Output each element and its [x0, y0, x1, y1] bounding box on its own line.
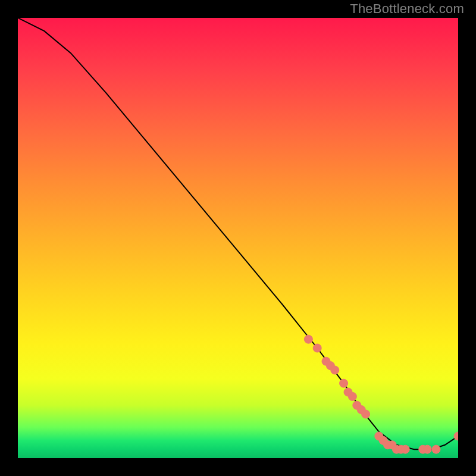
data-marker — [326, 362, 334, 370]
plot-area — [18, 18, 458, 458]
data-marker — [423, 445, 431, 453]
data-marker — [362, 410, 370, 418]
data-marker — [379, 436, 387, 444]
data-marker — [419, 445, 427, 453]
chart-stage: TheBottleneck.com — [0, 0, 476, 476]
data-marker — [353, 401, 361, 409]
data-marker — [401, 445, 409, 453]
data-marker — [392, 445, 400, 453]
data-marker — [454, 432, 458, 440]
data-marker — [304, 335, 312, 343]
data-marker — [397, 445, 405, 453]
data-marker — [357, 406, 365, 414]
data-marker — [344, 388, 352, 396]
data-marker — [388, 441, 396, 449]
data-marker — [313, 344, 321, 352]
data-marker — [322, 357, 330, 365]
data-marker — [340, 379, 348, 387]
markers-group — [304, 335, 458, 453]
data-marker — [432, 445, 440, 453]
data-marker — [348, 392, 356, 400]
watermark-text: TheBottleneck.com — [350, 1, 464, 17]
data-marker — [384, 441, 392, 449]
curve-path — [18, 18, 458, 449]
data-marker — [375, 432, 383, 440]
data-marker — [331, 366, 339, 374]
chart-svg — [18, 18, 458, 458]
